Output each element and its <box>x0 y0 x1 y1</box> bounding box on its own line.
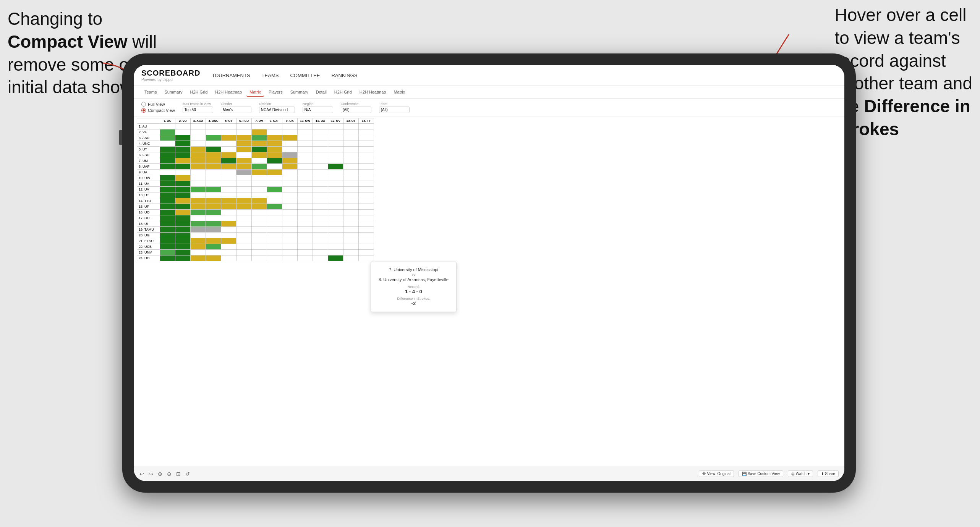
matrix-cell[interactable] <box>252 210 267 215</box>
matrix-cell[interactable] <box>206 192 221 198</box>
matrix-cell[interactable] <box>282 198 298 204</box>
matrix-cell[interactable] <box>343 181 359 187</box>
matrix-cell[interactable] <box>313 210 328 215</box>
matrix-cell[interactable] <box>160 124 175 129</box>
view-original-btn[interactable]: 👁 View: Original <box>699 470 734 477</box>
nav-rankings[interactable]: RANKINGS <box>331 71 357 80</box>
matrix-cell[interactable] <box>328 227 343 233</box>
matrix-cell[interactable] <box>359 238 374 244</box>
matrix-cell[interactable] <box>313 129 328 135</box>
matrix-cell[interactable] <box>236 124 252 129</box>
matrix-cell[interactable] <box>298 233 313 238</box>
matrix-cell[interactable] <box>221 158 236 164</box>
sub-nav-summary2[interactable]: Summary <box>287 88 311 96</box>
matrix-cell[interactable] <box>282 147 298 152</box>
matrix-cell[interactable] <box>267 187 282 192</box>
matrix-cell[interactable] <box>267 164 282 170</box>
matrix-cell[interactable] <box>236 198 252 204</box>
matrix-cell[interactable] <box>282 141 298 147</box>
matrix-cell[interactable] <box>191 124 206 129</box>
matrix-cell[interactable] <box>267 204 282 210</box>
matrix-cell[interactable] <box>206 141 221 147</box>
matrix-cell[interactable] <box>252 238 267 244</box>
matrix-cell[interactable] <box>359 250 374 255</box>
matrix-cell[interactable] <box>343 175 359 181</box>
matrix-cell[interactable] <box>236 204 252 210</box>
matrix-cell[interactable] <box>298 215 313 221</box>
matrix-cell[interactable] <box>267 158 282 164</box>
matrix-cell[interactable] <box>206 164 221 170</box>
matrix-cell[interactable] <box>191 204 206 210</box>
matrix-cell[interactable] <box>221 192 236 198</box>
matrix-cell[interactable] <box>236 135 252 141</box>
filter-team-select[interactable]: (All) <box>379 107 410 113</box>
matrix-cell[interactable] <box>236 158 252 164</box>
filter-region-select[interactable]: N/A <box>303 107 333 113</box>
matrix-cell[interactable] <box>298 204 313 210</box>
matrix-cell[interactable] <box>267 244 282 250</box>
matrix-cell[interactable] <box>359 164 374 170</box>
matrix-cell[interactable] <box>343 255 359 261</box>
matrix-cell[interactable] <box>298 198 313 204</box>
matrix-cell[interactable] <box>236 147 252 152</box>
matrix-cell[interactable] <box>206 238 221 244</box>
matrix-cell[interactable] <box>221 124 236 129</box>
matrix-cell[interactable] <box>313 215 328 221</box>
matrix-cell[interactable] <box>359 233 374 238</box>
matrix-cell[interactable] <box>160 198 175 204</box>
matrix-cell[interactable] <box>160 233 175 238</box>
matrix-cell[interactable] <box>328 124 343 129</box>
matrix-cell[interactable] <box>267 210 282 215</box>
nav-committee[interactable]: COMMITTEE <box>290 71 320 80</box>
matrix-cell[interactable] <box>175 175 191 181</box>
matrix-cell[interactable] <box>221 181 236 187</box>
tool-icon2[interactable]: ⊖ <box>167 471 172 477</box>
matrix-cell[interactable] <box>236 141 252 147</box>
scroll-area[interactable]: 1. AU 2. VU 3. ASU 4. UNC 5. UT 6. FSU 7… <box>134 116 844 481</box>
matrix-cell[interactable] <box>328 233 343 238</box>
matrix-cell[interactable] <box>282 192 298 198</box>
matrix-cell[interactable] <box>298 141 313 147</box>
matrix-cell[interactable] <box>328 198 343 204</box>
matrix-cell[interactable] <box>313 187 328 192</box>
matrix-cell[interactable] <box>343 152 359 158</box>
matrix-cell[interactable] <box>328 192 343 198</box>
matrix-cell[interactable] <box>328 152 343 158</box>
matrix-cell[interactable] <box>282 244 298 250</box>
matrix-cell[interactable] <box>252 152 267 158</box>
matrix-cell[interactable] <box>359 244 374 250</box>
matrix-cell[interactable] <box>191 152 206 158</box>
matrix-cell[interactable] <box>236 152 252 158</box>
matrix-cell[interactable] <box>313 158 328 164</box>
nav-teams[interactable]: TEAMS <box>262 71 279 80</box>
matrix-cell[interactable] <box>298 227 313 233</box>
matrix-cell[interactable] <box>191 215 206 221</box>
matrix-cell[interactable] <box>160 129 175 135</box>
matrix-cell[interactable] <box>328 147 343 152</box>
matrix-cell[interactable] <box>206 181 221 187</box>
matrix-cell[interactable] <box>343 221 359 227</box>
matrix-cell[interactable] <box>313 170 328 175</box>
matrix-cell[interactable] <box>298 250 313 255</box>
matrix-cell[interactable] <box>359 221 374 227</box>
matrix-cell[interactable] <box>160 164 175 170</box>
matrix-cell[interactable] <box>206 170 221 175</box>
matrix-cell[interactable] <box>282 181 298 187</box>
matrix-cell[interactable] <box>359 181 374 187</box>
tool-icon1[interactable]: ⊕ <box>158 471 162 477</box>
matrix-cell[interactable] <box>328 221 343 227</box>
filter-gender-select[interactable]: Men's <box>221 107 251 113</box>
matrix-cell[interactable] <box>236 227 252 233</box>
matrix-cell[interactable] <box>236 215 252 221</box>
matrix-cell[interactable] <box>282 170 298 175</box>
matrix-cell[interactable] <box>298 238 313 244</box>
matrix-cell[interactable] <box>359 170 374 175</box>
matrix-cell[interactable] <box>175 141 191 147</box>
matrix-cell[interactable] <box>313 141 328 147</box>
matrix-cell[interactable] <box>236 250 252 255</box>
matrix-cell[interactable] <box>313 124 328 129</box>
matrix-cell[interactable] <box>267 175 282 181</box>
matrix-cell[interactable] <box>298 147 313 152</box>
matrix-cell[interactable] <box>313 147 328 152</box>
matrix-cell[interactable] <box>206 198 221 204</box>
